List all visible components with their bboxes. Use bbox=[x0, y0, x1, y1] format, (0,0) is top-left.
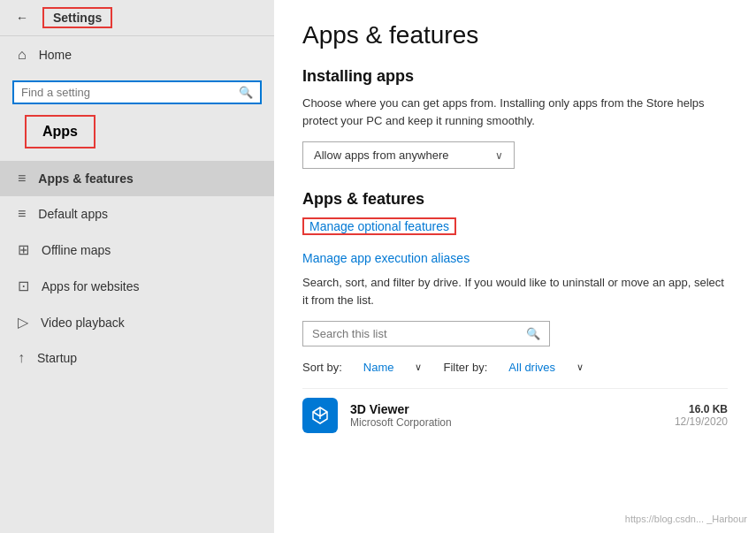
main-content: Apps & features Installing apps Choose w… bbox=[274, 0, 756, 533]
sort-label: Sort by: bbox=[302, 361, 342, 374]
apps-section-label: Apps bbox=[25, 115, 95, 148]
back-button[interactable]: ← bbox=[11, 9, 34, 27]
sidebar-item-video-playback[interactable]: ▷ Video playback bbox=[0, 304, 274, 340]
apps-for-websites-icon: ⊡ bbox=[18, 278, 29, 294]
app-date: 12/19/2020 bbox=[675, 415, 728, 428]
installing-apps-title: Installing apps bbox=[302, 67, 728, 86]
app-publisher: Microsoft Corporation bbox=[350, 416, 675, 429]
sidebar-item-startup[interactable]: ↑ Startup bbox=[0, 340, 274, 376]
search-box-wrap: 🔍 bbox=[0, 73, 274, 111]
app-info: 3D Viewer Microsoft Corporation bbox=[350, 402, 675, 429]
search-description: Search, sort, and filter by drive. If yo… bbox=[302, 274, 728, 308]
startup-icon: ↑ bbox=[18, 350, 25, 366]
app-name: 3D Viewer bbox=[350, 402, 675, 416]
video-playback-icon: ▷ bbox=[18, 314, 28, 331]
offline-maps-icon: ⊞ bbox=[18, 241, 29, 258]
manage-optional-features-label: Manage optional features bbox=[304, 216, 454, 237]
table-row[interactable]: 3D Viewer Microsoft Corporation 16.0 KB … bbox=[302, 388, 728, 442]
watermark: https://blog.csdn... _Harbour bbox=[625, 514, 747, 524]
sidebar-item-apps-for-websites[interactable]: ⊡ Apps for websites bbox=[0, 268, 274, 304]
filter-value[interactable]: All drives bbox=[508, 361, 555, 374]
sort-filter-row: Sort by: Name ∨ Filter by: All drives ∨ bbox=[302, 361, 728, 374]
installing-apps-description: Choose where you can get apps from. Inst… bbox=[302, 95, 728, 129]
installing-apps-section: Installing apps Choose where you can get… bbox=[302, 67, 728, 169]
search-list-input[interactable] bbox=[312, 327, 526, 340]
default-apps-icon: ≡ bbox=[18, 206, 26, 222]
sidebar-header: ← Settings bbox=[0, 0, 274, 36]
app-list: 3D Viewer Microsoft Corporation 16.0 KB … bbox=[302, 388, 728, 442]
manage-execution-aliases-link[interactable]: Manage app execution aliases bbox=[302, 251, 470, 265]
sidebar-item-label: Startup bbox=[37, 351, 77, 365]
sidebar-item-label: Apps & features bbox=[38, 171, 133, 186]
sidebar-item-label: Video playback bbox=[41, 316, 125, 330]
sort-value[interactable]: Name bbox=[363, 361, 394, 374]
app-size: 16.0 KB bbox=[675, 403, 728, 415]
apps-section-wrap: Apps bbox=[0, 111, 274, 161]
sidebar-item-apps-features[interactable]: ≡ Apps & features bbox=[0, 161, 274, 196]
app-meta: 16.0 KB 12/19/2020 bbox=[675, 403, 728, 428]
search-icon: 🔍 bbox=[239, 86, 253, 99]
search-box: 🔍 bbox=[12, 80, 262, 104]
sort-chevron-icon: ∨ bbox=[415, 362, 422, 373]
sidebar-item-label: Offline maps bbox=[42, 243, 111, 257]
settings-title: Settings bbox=[42, 7, 112, 28]
page-title: Apps & features bbox=[302, 21, 728, 49]
apps-features-icon: ≡ bbox=[18, 171, 26, 187]
sidebar-item-label: Apps for websites bbox=[42, 279, 140, 293]
filter-chevron-icon: ∨ bbox=[577, 362, 584, 373]
home-label: Home bbox=[39, 48, 72, 62]
dropdown-label: Allow apps from anywhere bbox=[314, 148, 448, 162]
sidebar-item-offline-maps[interactable]: ⊞ Offline maps bbox=[0, 232, 274, 268]
sidebar-item-default-apps[interactable]: ≡ Default apps bbox=[0, 196, 274, 232]
search-list-box: 🔍 bbox=[302, 321, 550, 346]
app-icon bbox=[302, 398, 338, 433]
sidebar: ← Settings ⌂ Home 🔍 Apps ≡ Apps & featur… bbox=[0, 0, 274, 533]
manage-optional-features-link[interactable]: Manage optional features bbox=[302, 217, 456, 235]
apps-features-title: Apps & features bbox=[302, 190, 728, 209]
search-list-icon: 🔍 bbox=[526, 327, 540, 340]
installing-apps-dropdown[interactable]: Allow apps from anywhere ∨ bbox=[302, 141, 515, 169]
filter-label: Filter by: bbox=[443, 361, 487, 374]
apps-features-section: Apps & features Manage optional features… bbox=[302, 190, 728, 442]
sidebar-item-label: Default apps bbox=[38, 207, 108, 221]
sidebar-item-home[interactable]: ⌂ Home bbox=[0, 36, 274, 73]
chevron-down-icon: ∨ bbox=[495, 149, 503, 162]
home-icon: ⌂ bbox=[18, 47, 27, 63]
search-input[interactable] bbox=[21, 86, 239, 99]
